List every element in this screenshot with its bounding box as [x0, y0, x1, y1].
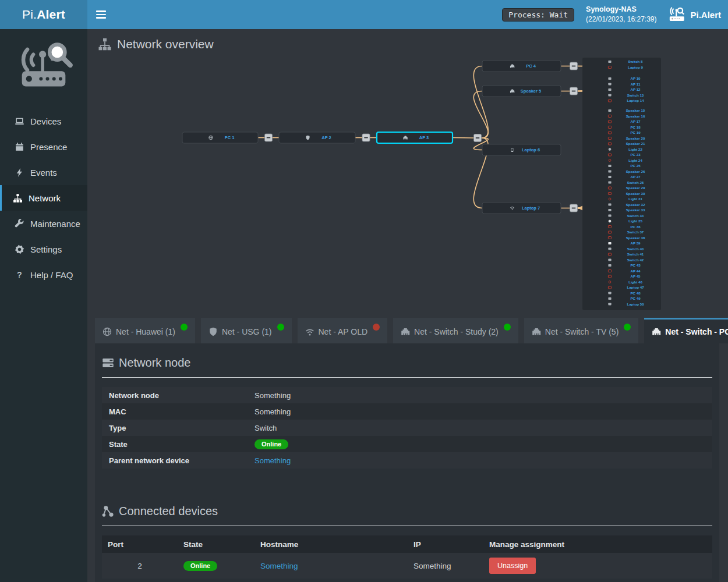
collapse-toggle[interactable]: [265, 134, 273, 141]
parent-device-link[interactable]: Something: [255, 456, 291, 465]
ip-cell: Something: [408, 553, 483, 579]
speaker-icon: [608, 109, 611, 112]
divider: [102, 377, 712, 378]
detail-label: Network node: [102, 391, 255, 400]
ap-icon: [608, 176, 611, 178]
sidebar-item-network[interactable]: Network: [0, 185, 87, 211]
sitemap-icon: [13, 193, 23, 203]
pc-icon: [608, 297, 611, 300]
svg-text:Laptop 9: Laptop 9: [628, 65, 643, 69]
network-node-table: Network nodeSomethingMACSomethingTypeSwi…: [102, 387, 712, 469]
tab-label: Net - Huawei (1): [116, 327, 175, 336]
brand-logo[interactable]: Pi.Alert: [0, 0, 87, 29]
topology-node-laptop-6[interactable]: Laptop 6: [482, 144, 561, 155]
collapse-toggle[interactable]: [474, 134, 482, 142]
sidebar-item-settings[interactable]: Settings: [0, 236, 87, 262]
switch-icon: [608, 61, 611, 63]
calendar-icon: [15, 142, 24, 152]
svg-text:Speaker 15: Speaker 15: [626, 108, 645, 112]
process-status-badge: Process: Wait: [502, 8, 574, 22]
tab-label: Net - USG (1): [222, 327, 272, 336]
svg-text:Switch 42: Switch 42: [627, 258, 644, 262]
topology-edges: [258, 62, 607, 304]
page-title-text: Network overview: [117, 37, 214, 51]
topology-node-ap-2[interactable]: AP 2: [279, 132, 355, 143]
tab-net-ap-old[interactable]: Net - AP OLD: [298, 318, 388, 343]
svg-text:AP 10: AP 10: [630, 76, 641, 80]
svg-text:AP 3: AP 3: [419, 135, 429, 140]
connected-devices-title: Connected devices: [119, 505, 218, 518]
column-header-hostname: Hostname: [255, 535, 408, 553]
svg-text:Light 46: Light 46: [628, 280, 642, 284]
collapse-toggle[interactable]: [570, 87, 578, 95]
ethernet-icon: [532, 327, 541, 336]
speaker-icon: [608, 209, 611, 211]
topology-node-pc-4[interactable]: PC 4: [482, 61, 561, 72]
sitemap-icon: [98, 37, 112, 51]
svg-text:Laptop 14: Laptop 14: [627, 98, 644, 102]
detail-row-state: StateOnline: [102, 436, 712, 452]
sidebar-item-help-faq[interactable]: ?Help / FAQ: [0, 262, 87, 288]
sidebar-item-label: Help / FAQ: [30, 270, 73, 280]
shield-icon: [208, 327, 218, 336]
topology-node-laptop-7[interactable]: Laptop 7: [482, 203, 561, 214]
sharenodes-icon: [102, 505, 114, 517]
topology-node-pc-1[interactable]: PC 1: [182, 132, 258, 143]
switch-icon: [608, 182, 611, 184]
svg-text:Switch 28: Switch 28: [627, 180, 644, 184]
host-timestamp: (22/01/2023, 16:27:39): [586, 15, 656, 24]
svg-text:AP 45: AP 45: [630, 274, 641, 278]
svg-text:PC 19: PC 19: [630, 130, 641, 134]
hamburger-icon[interactable]: [96, 9, 108, 20]
collapse-toggle[interactable]: [570, 204, 578, 212]
svg-text:PC 4: PC 4: [526, 63, 536, 69]
sidebar-item-maintenance[interactable]: Maintenance: [0, 211, 87, 236]
detail-row-type: TypeSwitch: [102, 420, 712, 436]
header-brand-label: Pi.Alert: [690, 10, 721, 20]
svg-text:AP 27: AP 27: [630, 175, 641, 179]
svg-text:Speaker 33: Speaker 33: [626, 208, 645, 212]
switch-icon: [608, 94, 611, 97]
tab-net-switch-study-2[interactable]: Net - Switch - Study (2): [393, 318, 518, 343]
globe-icon: [103, 327, 112, 336]
svg-text:?: ?: [17, 270, 22, 279]
svg-text:Speaker 32: Speaker 32: [626, 203, 645, 207]
hostname-link[interactable]: Something: [260, 562, 298, 570]
column-header-ip: IP: [408, 535, 483, 553]
tab-net-switch-poe-4[interactable]: Net - Switch - POE (4): [644, 318, 728, 343]
sidebar-item-presence[interactable]: Presence: [0, 134, 87, 159]
tab-net-switch-tv-5[interactable]: Net - Switch - TV (5): [524, 318, 639, 343]
tab-panel: Network node Network nodeSomethingMACSom…: [95, 343, 719, 582]
tab-net-usg-1[interactable]: Net - USG (1): [201, 318, 292, 343]
sidebar-item-events[interactable]: Events: [0, 159, 87, 185]
topology-node-speaker-5[interactable]: Speaker 5: [482, 86, 561, 97]
divider: [102, 526, 712, 526]
svg-text:Switch 8: Switch 8: [628, 59, 643, 63]
unassign-button[interactable]: Unassign: [489, 558, 536, 574]
sidebar-item-devices[interactable]: Devices: [0, 108, 87, 134]
pc-icon: [608, 264, 611, 267]
svg-text:Speaker 38: Speaker 38: [626, 236, 645, 240]
collapse-toggle[interactable]: [362, 134, 370, 141]
svg-text:Speaker 26: Speaker 26: [626, 169, 645, 173]
topology-node-ap-3[interactable]: AP 3: [377, 132, 453, 143]
collapse-toggle[interactable]: [570, 62, 578, 70]
header-brand-link[interactable]: Pi.Alert: [668, 6, 721, 23]
sidebar-item-label: Network: [29, 193, 61, 203]
bolt-icon: [15, 168, 24, 178]
manage-cell: Unassign: [483, 553, 712, 579]
svg-text:Switch 13: Switch 13: [627, 93, 644, 97]
brand-prefix: Pi.: [22, 8, 37, 22]
svg-text:Speaker 21: Speaker 21: [626, 141, 645, 146]
tab-label: Net - AP OLD: [319, 327, 368, 336]
laptop-icon: [15, 116, 24, 126]
status-badge: Online: [255, 439, 288, 449]
sidebar: DevicesPresenceEventsNetworkMaintenanceS…: [0, 29, 87, 582]
svg-text:Switch 40: Switch 40: [627, 247, 644, 251]
detail-value: Something: [255, 407, 291, 416]
svg-text:Light 31: Light 31: [628, 197, 642, 201]
tab-net-huawei-1[interactable]: Net - Huawei (1): [95, 318, 195, 343]
svg-text:Switch 41: Switch 41: [627, 252, 644, 256]
detail-label: State: [102, 440, 255, 449]
network-topology: PC 1AP 2AP 3PC 4Speaker 5Laptop 6Laptop …: [87, 54, 728, 318]
